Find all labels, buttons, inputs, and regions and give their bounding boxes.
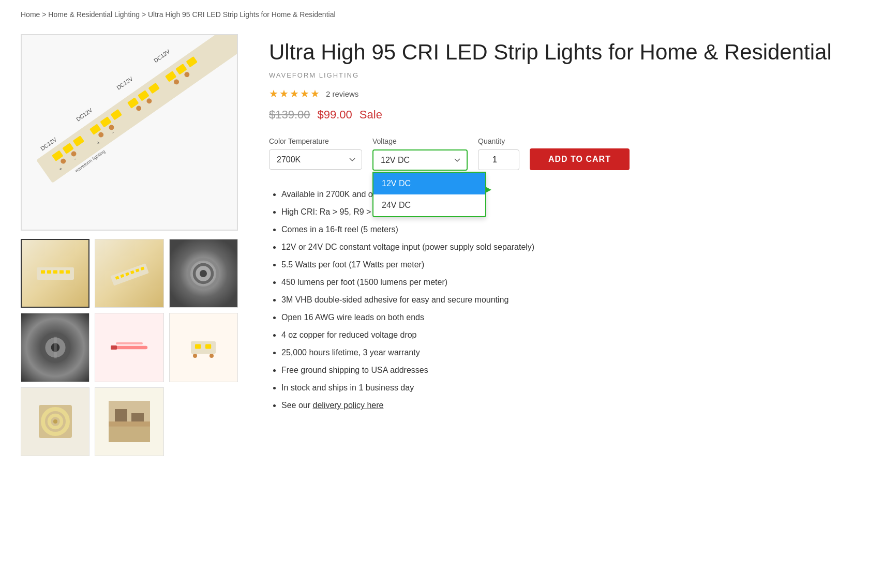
price-row: $139.00 $99.00 Sale	[269, 108, 862, 122]
dropdown-item-12v[interactable]: 12V DC	[373, 173, 485, 194]
reviews-row: ★★★★★ 2 reviews	[269, 87, 862, 100]
svg-rect-33	[47, 270, 51, 273]
svg-rect-50	[54, 337, 57, 358]
product-info: Ultra High 95 CRI LED Strip Lights for H…	[269, 34, 862, 415]
breadcrumb-category[interactable]: Home & Residential Lighting	[48, 10, 140, 19]
svg-rect-54	[191, 341, 216, 354]
thumbnail-8[interactable]	[95, 387, 163, 456]
svg-point-57	[193, 354, 197, 358]
review-count[interactable]: 2 reviews	[326, 89, 358, 98]
svg-rect-64	[109, 426, 150, 442]
svg-rect-34	[53, 270, 57, 273]
thumbnail-1[interactable]	[21, 239, 89, 308]
svg-point-46	[200, 270, 207, 277]
feature-1: Available in 2700K and other color tempe…	[281, 186, 862, 203]
feature-6: 450 lumens per foot (1500 lumens per met…	[281, 274, 862, 291]
thumbnail-grid	[21, 239, 238, 456]
color-temp-label: Color Temperature	[269, 137, 362, 145]
voltage-select[interactable]: 12V DC 24V DC	[373, 150, 467, 170]
thumbnail-4[interactable]	[21, 313, 89, 382]
feature-13: See our delivery policy here	[281, 397, 862, 414]
voltage-select-wrapper: 12V DC 24V DC	[372, 149, 468, 171]
feature-4: 12V or 24V DC constant voltage input (po…	[281, 239, 862, 255]
feature-2: High CRI: Ra > 95, R9 > 90	[281, 204, 862, 220]
svg-point-62	[53, 419, 57, 424]
quantity-input[interactable]	[478, 149, 519, 170]
brand-name: WAVEFORM LIGHTING	[269, 71, 862, 79]
add-to-cart-button[interactable]: ADD TO CART	[530, 148, 630, 170]
feature-10: 25,000 hours lifetime, 3 year warranty	[281, 344, 862, 361]
color-temp-select[interactable]: 2700K 3000K 4000K 5000K	[269, 149, 362, 170]
thumbnail-3[interactable]	[169, 239, 238, 308]
voltage-dropdown: 12V DC 24V DC	[372, 172, 486, 217]
voltage-group: Voltage 12V DC 24V DC 12V DC 24V DC	[372, 137, 468, 171]
dropdown-item-24v[interactable]: 24V DC	[373, 194, 485, 216]
svg-point-58	[209, 354, 214, 358]
star-rating: ★★★★★	[269, 87, 321, 100]
feature-11: Free ground shipping to USA addresses	[281, 362, 862, 379]
feature-3: Comes in a 16-ft reel (5 meters)	[281, 221, 862, 238]
svg-rect-35	[59, 270, 64, 273]
product-layout: DC12V DC12V DC12V DC12V waveform lightin…	[21, 34, 862, 456]
thumbnail-6[interactable]	[169, 313, 238, 382]
main-product-image: DC12V DC12V DC12V DC12V waveform lightin…	[21, 34, 238, 231]
product-images: DC12V DC12V DC12V DC12V waveform lightin…	[21, 34, 238, 456]
options-row: Color Temperature 2700K 3000K 4000K 5000…	[269, 137, 862, 171]
breadcrumb-sep1: >	[42, 10, 48, 19]
original-price: $139.00	[269, 108, 310, 122]
breadcrumb: Home > Home & Residential Lighting > Ult…	[21, 10, 862, 19]
svg-rect-55	[195, 344, 201, 349]
features-list: Available in 2700K and other color tempe…	[269, 186, 862, 414]
feature-8: Open 16 AWG wire leads on both ends	[281, 309, 862, 326]
svg-rect-53	[111, 345, 117, 350]
product-title: Ultra High 95 CRI LED Strip Lights for H…	[269, 39, 862, 65]
feature-5: 5.5 Watts per foot (17 Watts per meter)	[281, 257, 862, 273]
thumbnail-7[interactable]	[21, 387, 89, 456]
color-temp-group: Color Temperature 2700K 3000K 4000K 5000…	[269, 137, 362, 170]
thumbnail-5[interactable]	[95, 313, 163, 382]
breadcrumb-home[interactable]: Home	[21, 10, 40, 19]
svg-rect-36	[66, 270, 70, 273]
page-container: Home > Home & Residential Lighting > Ult…	[0, 0, 883, 466]
quantity-label: Quantity	[478, 137, 519, 145]
sale-badge: Sale	[360, 108, 382, 122]
feature-9: 4 oz copper for reduced voltage drop	[281, 327, 862, 343]
svg-rect-56	[205, 344, 211, 349]
thumbnail-2[interactable]	[95, 239, 163, 308]
delivery-policy-link[interactable]: delivery policy here	[312, 401, 383, 410]
add-to-cart-wrapper: ADD TO CART	[530, 137, 630, 170]
sale-price: $99.00	[318, 108, 352, 122]
breadcrumb-sep2: >	[142, 10, 148, 19]
voltage-label: Voltage	[372, 137, 468, 145]
feature-12: In stock and ships in 1 business day	[281, 380, 862, 396]
feature-7: 3M VHB double-sided adhesive for easy an…	[281, 292, 862, 308]
svg-rect-32	[41, 270, 45, 273]
quantity-group: Quantity	[478, 137, 519, 170]
breadcrumb-current: Ultra High 95 CRI LED Strip Lights for H…	[148, 10, 336, 19]
svg-rect-37	[110, 263, 148, 285]
svg-rect-67	[109, 421, 150, 427]
